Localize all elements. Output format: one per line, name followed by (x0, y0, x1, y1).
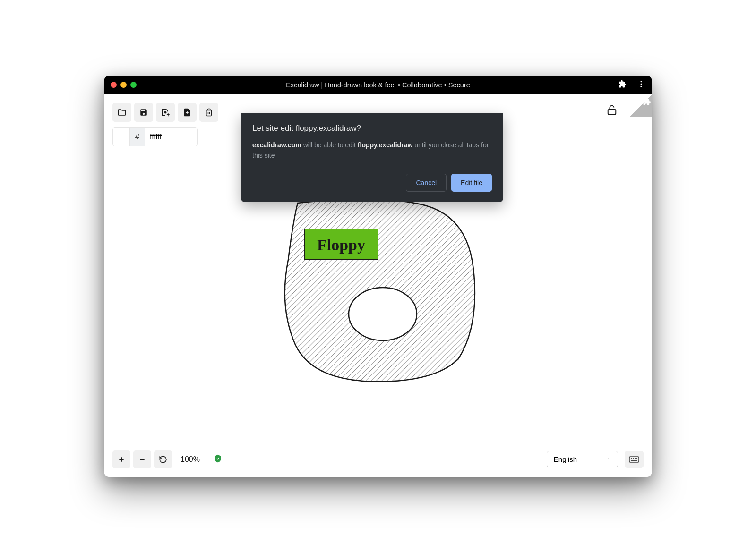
dialog-buttons: Cancel Edit file (252, 174, 492, 192)
chevron-up-icon (605, 455, 611, 463)
svg-point-2 (641, 85, 642, 87)
delete-button[interactable] (199, 103, 218, 122)
dialog-text-1: will be able to edit (301, 141, 358, 149)
zoom-out-button[interactable] (133, 450, 151, 468)
zoom-in-button[interactable] (112, 450, 130, 468)
svg-rect-12 (631, 460, 632, 461)
close-window-button[interactable] (111, 82, 117, 88)
extensions-icon[interactable] (618, 80, 627, 90)
dialog-filename: floppy.excalidraw (358, 141, 412, 149)
svg-point-0 (641, 81, 642, 82)
app-content: # Floppy (104, 94, 652, 477)
open-button[interactable] (112, 103, 131, 122)
maximize-window-button[interactable] (130, 82, 137, 88)
titlebar: Excalidraw | Hand-drawn look & feel • Co… (104, 76, 652, 94)
footer-bar: 100% English (112, 450, 644, 468)
svg-rect-9 (633, 458, 634, 459)
encryption-shield-icon[interactable] (213, 454, 223, 465)
reset-zoom-button[interactable] (154, 450, 172, 468)
zoom-level: 100% (175, 455, 206, 464)
collapse-corner[interactable] (629, 94, 652, 117)
lock-icon[interactable] (607, 105, 622, 120)
svg-point-1 (641, 83, 642, 85)
edit-file-button[interactable]: Edit file (451, 174, 492, 192)
language-selector[interactable]: English (547, 451, 618, 467)
dialog-title: Let site edit floppy.excalidraw? (252, 124, 492, 133)
titlebar-right (618, 80, 645, 90)
export-button[interactable] (178, 103, 197, 122)
language-label: English (554, 455, 577, 463)
background-color-control: # (112, 127, 198, 146)
file-permission-dialog: Let site edit floppy.excalidraw? excalid… (241, 113, 503, 203)
zoom-controls: 100% (112, 450, 223, 468)
dialog-site: excalidraw.com (252, 141, 301, 149)
floppy-label-text: Floppy (317, 236, 365, 254)
floppy-blob-shape (285, 199, 475, 382)
svg-rect-13 (632, 460, 636, 461)
color-hex-input[interactable] (145, 128, 197, 146)
footer-right: English (547, 451, 644, 468)
window-controls (111, 82, 137, 88)
save-as-button[interactable] (156, 103, 175, 122)
svg-rect-14 (636, 460, 637, 461)
page-title: Excalidraw | Hand-drawn look & feel • Co… (286, 81, 470, 89)
hash-label: # (130, 128, 145, 146)
svg-rect-10 (635, 458, 636, 459)
svg-rect-7 (629, 457, 639, 462)
browser-window: Excalidraw | Hand-drawn look & feel • Co… (104, 76, 652, 477)
svg-rect-3 (608, 110, 616, 114)
canvas-drawing[interactable]: Floppy (269, 194, 487, 387)
keyboard-shortcuts-button[interactable] (625, 451, 644, 468)
minimize-window-button[interactable] (120, 82, 127, 88)
svg-rect-8 (631, 458, 632, 459)
cancel-button[interactable]: Cancel (406, 174, 447, 192)
save-button[interactable] (134, 103, 153, 122)
file-toolbar (112, 103, 218, 122)
svg-rect-11 (636, 458, 637, 459)
dialog-body: excalidraw.com will be able to edit flop… (252, 140, 492, 161)
kebab-menu-icon[interactable] (637, 80, 645, 90)
color-swatch[interactable] (113, 128, 130, 146)
